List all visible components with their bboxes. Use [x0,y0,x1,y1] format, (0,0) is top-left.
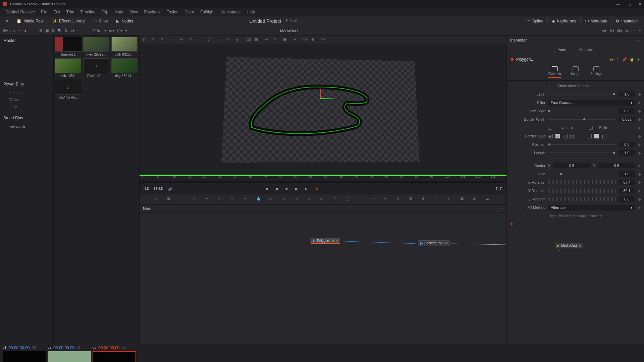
invert-checkbox[interactable] [548,126,552,130]
border-style-5[interactable]: | [587,134,592,138]
menu-playback[interactable]: Playback [141,9,163,15]
tool-merge-icon[interactable]: ▭ [282,196,288,202]
select-icon[interactable]: ▣ [283,37,288,42]
keyframe-diamond-icon[interactable]: ◆ [638,101,641,105]
panel-dropdown-button[interactable]: ▾ [3,17,11,25]
clip-item[interactable]: 0300:00:00:00V3 ★ [93,346,136,362]
opts-icon[interactable]: ✎▾ [321,37,325,42]
tool-planar-icon[interactable]: ◈ [396,196,402,202]
timecode-position[interactable]: 0.0 [496,186,502,191]
soft-edge-value[interactable]: 0.0 [619,108,635,114]
menu-workspace[interactable]: Workspace [218,9,244,15]
keyframe-diamond-icon[interactable]: ◆ [638,172,641,176]
keyframe-diamond-icon[interactable]: ◆ [638,205,641,210]
menu-fusion[interactable]: Fusion [164,9,181,15]
arrow-icon[interactable]: ↖ [161,37,166,42]
globe-icon[interactable]: ⊕▾ [609,28,614,33]
border-style-6[interactable]: | [594,134,599,138]
node-pin-icon[interactable]: 📌 [622,57,627,62]
detail-view-icon[interactable]: ☰ [51,28,55,33]
node-graph-icon[interactable]: ⊙ [637,57,640,62]
view-icon[interactable]: ▢▾ [117,28,122,33]
rotate-icon[interactable]: ↻ [189,37,194,42]
level-slider[interactable] [548,94,616,95]
tool-bg-icon[interactable]: ▣ [167,196,173,202]
keyframe-diamond-icon[interactable]: ◆ [638,126,641,130]
nodes-options-icon[interactable]: ⋯ [498,206,503,211]
tool-rect-icon[interactable]: ▢ [333,196,339,202]
nav-fwd-icon[interactable]: › [14,29,15,33]
tool-multi-icon[interactable]: ⊞ [409,196,415,202]
fill-method-select[interactable]: Alternate▾ [548,205,635,210]
media-item[interactable]: path-83203... [111,37,138,56]
more-icon[interactable]: ⋯ [18,28,21,33]
zoom-percent[interactable]: 29% [90,29,102,33]
menu-timeline[interactable]: Timeline [77,9,98,15]
spline-button[interactable]: 〰 Spline [523,17,547,25]
swap-icon[interactable]: ⤭ [274,37,278,42]
tool-blur-icon[interactable]: 💧 [256,196,262,202]
tool-channel-icon[interactable]: ▭ [294,196,301,202]
tool-3d-icon[interactable]: ◆ [422,196,428,202]
controls-tab-settings[interactable]: Settings [590,66,602,78]
selected-node-name[interactable]: Polygon1 [516,57,607,62]
length-slider[interactable] [548,153,616,153]
controls-tab-image[interactable]: Image [571,66,580,78]
shape-anim-label[interactable]: Right-click here for shape animation [510,213,641,219]
border-width-value[interactable]: 0.032 [619,117,635,122]
keyframe-diamond-icon[interactable]: ◆ [638,117,641,122]
tool-brush-icon[interactable]: ✎ [193,196,199,202]
length-value[interactable]: 1.0 [619,150,635,156]
gizmo-x-axis[interactable] [320,98,334,99]
media-item[interactable]: river-29519... [83,37,109,56]
tool-cloud-icon[interactable]: ☁ [486,196,492,202]
border-style-7[interactable]: | [602,134,606,138]
menu-file[interactable]: File [38,9,50,15]
rect-icon[interactable]: ▭ [217,37,222,42]
menu-help[interactable]: Help [244,9,258,15]
inspector-button[interactable]: ⚙ Inspector [612,17,641,25]
time-ruler[interactable]: 0 5 10 15 20 25 30 35 40 45 50 55 60 65 … [140,175,506,181]
y-rotation-dial[interactable] [548,189,616,193]
center-x-value[interactable]: 0.5 [553,163,590,168]
show-view-checkbox[interactable]: ✓ [548,84,551,88]
gizmo-y-axis[interactable] [320,89,321,98]
inspector-tab-tools[interactable]: Tools [553,47,569,53]
grid-view-icon[interactable]: ▦ [45,28,49,33]
line-icon[interactable]: ╱ [208,37,213,42]
roi-icon[interactable]: ◎▾ [302,37,307,42]
nodes-button[interactable]: ⊞ Nodes [113,17,137,25]
menu-fairlight[interactable]: Fairlight [198,9,217,15]
loop-button[interactable]: ↻ [314,186,320,192]
power-bin-intro[interactable]: Intro [0,103,53,110]
keyframe-diamond-icon[interactable]: ◆ [638,92,641,97]
solid-checkbox[interactable] [589,126,593,130]
effects-library-button[interactable]: ✨ Effects Library [49,17,88,25]
border-width-slider[interactable] [548,119,616,120]
prev-frame-button[interactable]: ◀ [273,186,279,192]
power-bins-header[interactable]: Power Bins [0,79,53,89]
nav-back-icon[interactable]: ‹ [10,29,11,33]
spline2-icon[interactable]: φ [236,37,241,42]
z-rotation-dial[interactable] [548,197,616,201]
keyframe-diamond-icon[interactable]: ◆ [638,180,641,185]
level-value[interactable]: 1.0 [619,92,635,97]
pen-icon[interactable]: ✎ [152,37,156,42]
tool-loader-icon[interactable]: ▭ [154,196,160,202]
tool-text3d-icon[interactable]: T [435,196,441,202]
viewer[interactable] [140,44,506,175]
curve-icon[interactable]: 〰 [199,37,203,42]
tool-mask2-icon[interactable]: ✎ [231,196,237,202]
keyframes-button[interactable]: ◆ Keyframes [548,17,579,25]
record-icon[interactable]: ● [24,29,26,33]
keyframe-diamond-icon[interactable]: ◆ [638,151,641,155]
nodes-flow[interactable]: ▶Polygon1 ▶Background1 ▶MediaOut1 ● [140,213,506,344]
media-item[interactable]: Fusion Co... [83,58,109,78]
tool-matte-icon[interactable]: ▭ [320,196,326,202]
keyframe-diamond-icon[interactable]: ◆ [510,222,513,226]
clip-item[interactable]: 0100:00:00:00V2 ★ [3,346,46,362]
tool-mask1-icon[interactable]: ╱ [218,196,224,202]
metadata-button[interactable]: 🏷 Metadata [581,17,611,25]
grid-icon[interactable]: ▦▾ [617,28,623,33]
smart-bins-header[interactable]: Smart Bins [0,113,53,123]
